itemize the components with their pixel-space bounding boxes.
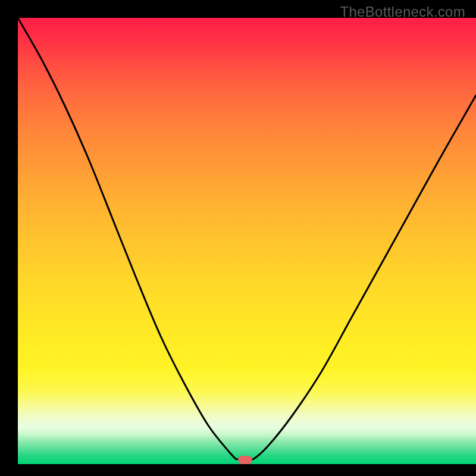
chart-frame: TheBottleneck.com [0, 0, 476, 476]
watermark-text: TheBottleneck.com [340, 4, 465, 20]
curve-svg [18, 18, 476, 464]
bottleneck-curve [18, 18, 476, 461]
plot-area [18, 18, 476, 464]
bottleneck-marker [238, 456, 252, 464]
